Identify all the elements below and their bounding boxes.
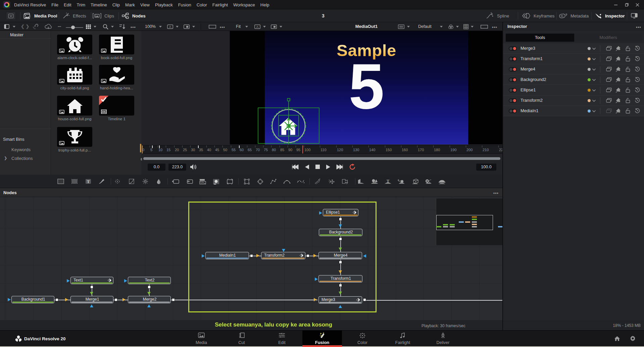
svg-text:T: T xyxy=(387,178,390,183)
svg-text:A: A xyxy=(169,25,171,29)
svg-text:A: A xyxy=(256,25,259,29)
svg-text:T: T xyxy=(87,179,90,184)
